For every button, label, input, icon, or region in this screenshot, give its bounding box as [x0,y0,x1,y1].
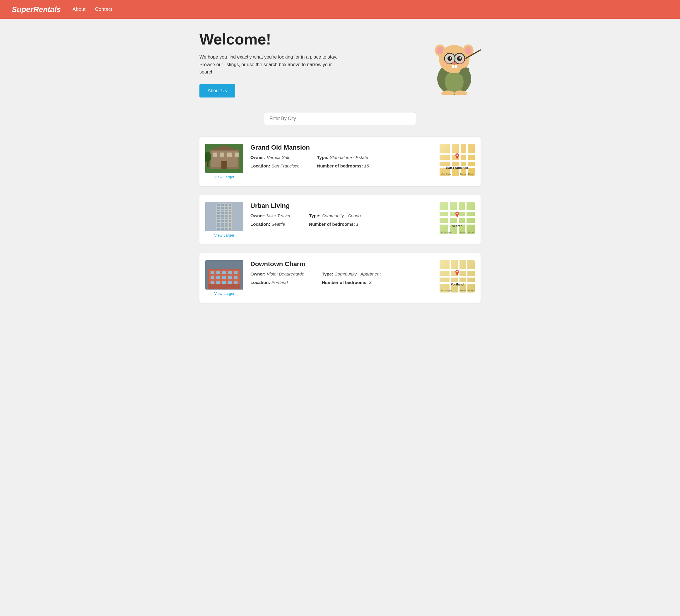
svg-rect-57 [217,215,220,217]
map-terms: Terms of Use [460,173,474,175]
listing-col-right: Type: Community - Apartment Number of be… [322,271,381,285]
svg-rect-49 [217,210,220,211]
listing-type: Type: Standalone - Estate [317,155,369,160]
svg-rect-90 [210,276,214,279]
listing-card: View Larger Urban Living Owner: Mike Tea… [199,195,481,244]
about-us-button[interactable]: About Us [199,84,235,97]
svg-rect-32 [234,152,239,157]
svg-rect-21 [455,65,457,68]
listing-owner: Owner: Mike Teavee [250,213,291,218]
svg-rect-43 [225,204,228,206]
listings-container: View Larger Grand Old Mansion Owner: Ver… [199,137,481,303]
svg-rect-30 [220,152,224,157]
nav-links: About Contact [73,6,120,12]
svg-rect-76 [229,226,231,227]
listing-col-right: Type: Standalone - Estate Number of bedr… [317,155,369,168]
svg-rect-63 [225,217,228,219]
svg-rect-41 [217,204,220,206]
svg-rect-79 [225,228,228,230]
svg-rect-51 [225,210,228,211]
nav-about[interactable]: About [73,6,86,12]
listing-col-left: Owner: Mike Teavee Location: Seattle [250,213,291,227]
svg-rect-86 [217,271,220,274]
listing-bedrooms: Number of bedrooms: 1 [309,222,361,227]
nav-contact[interactable]: Contact [95,6,112,12]
svg-rect-59 [225,215,228,217]
listing-image [205,144,243,173]
listing-location: Location: Seattle [250,222,291,227]
svg-rect-44 [229,204,231,206]
svg-rect-52 [229,210,231,211]
svg-rect-74 [221,226,224,227]
listing-image-block: View Larger [205,260,243,296]
listing-location: Location: Portland [250,280,304,285]
svg-rect-53 [217,212,220,214]
view-larger-link[interactable]: View Larger [214,291,234,296]
svg-point-101 [457,271,458,272]
svg-rect-48 [229,207,231,209]
svg-rect-93 [228,276,232,279]
listing-owner: Owner: Violet Beauregarde [250,271,304,276]
view-larger-link[interactable]: View Larger [214,175,234,179]
svg-point-16 [459,57,461,59]
map-thumbnail: Portland 16 Google Terms of Use [440,260,475,292]
svg-rect-70 [221,223,224,225]
map-data-label: 16 Google [441,231,452,234]
svg-rect-69 [217,223,220,225]
svg-point-81 [457,212,458,214]
svg-rect-33 [221,161,227,169]
listing-col-right: Type: Community - Condo Number of bedroo… [309,213,361,227]
svg-rect-60 [229,215,231,217]
svg-rect-72 [229,223,231,225]
map-city-label: Seattle [452,224,462,228]
svg-rect-47 [225,207,228,209]
svg-rect-46 [221,207,224,209]
svg-point-7 [465,47,472,54]
svg-rect-50 [221,210,224,211]
svg-rect-87 [222,271,226,274]
listing-info: Downtown Charm Owner: Violet Beauregarde… [250,260,432,285]
svg-rect-20 [452,65,454,68]
view-larger-link[interactable]: View Larger [214,233,234,237]
listing-card: View Larger Downtown Charm Owner: Violet… [199,253,481,303]
hero-title: Welcome! [199,30,340,48]
listing-location: Location: San Francisco [250,164,300,168]
listing-title: Grand Old Mansion [250,144,432,151]
svg-point-19 [459,61,467,66]
svg-rect-100 [208,284,240,289]
svg-rect-66 [221,220,224,222]
svg-rect-78 [221,228,224,230]
svg-rect-71 [225,223,228,225]
svg-rect-65 [217,220,220,222]
map-inner: Portland 16 Google Terms of Use [440,260,475,292]
listing-info: Grand Old Mansion Owner: Veruca Salt Loc… [250,144,432,168]
listing-image-block: View Larger [205,202,243,237]
map-pin [455,270,459,276]
hero-section: Welcome! We hope you find exactly what y… [199,30,481,97]
svg-rect-62 [221,217,224,219]
svg-rect-29 [213,152,217,157]
listing-col-left: Owner: Veruca Salt Location: San Francis… [250,155,300,168]
map-data-label: 16 Google [441,289,452,292]
city-filter-input[interactable] [264,112,416,125]
svg-point-17 [452,62,457,65]
listing-image [205,260,243,290]
listing-bedrooms: Number of bedrooms: 3 [322,280,381,285]
listing-title: Urban Living [250,202,432,210]
map-pin [455,153,459,159]
map-data-label: Map Data [441,173,451,175]
svg-rect-68 [229,220,231,222]
svg-rect-77 [217,228,220,230]
svg-rect-45 [217,207,220,209]
map-thumbnail: Seattle 16 Google Terms of Use [440,202,475,234]
brand-logo[interactable]: SuperRentals [12,5,61,14]
mascot-image [428,30,481,95]
hero-description: We hope you find exactly what you're loo… [199,53,340,76]
hero-text: Welcome! We hope you find exactly what y… [199,30,340,97]
navbar: SuperRentals About Contact [0,0,680,19]
hero-desc-line2: Browse our listings, or use the search b… [199,62,332,75]
svg-rect-73 [217,226,220,227]
listing-title: Downtown Charm [250,260,432,268]
map-terms: Terms of Use [460,289,474,292]
map-inner: San Francisco Map Data Terms of Use [440,144,475,176]
